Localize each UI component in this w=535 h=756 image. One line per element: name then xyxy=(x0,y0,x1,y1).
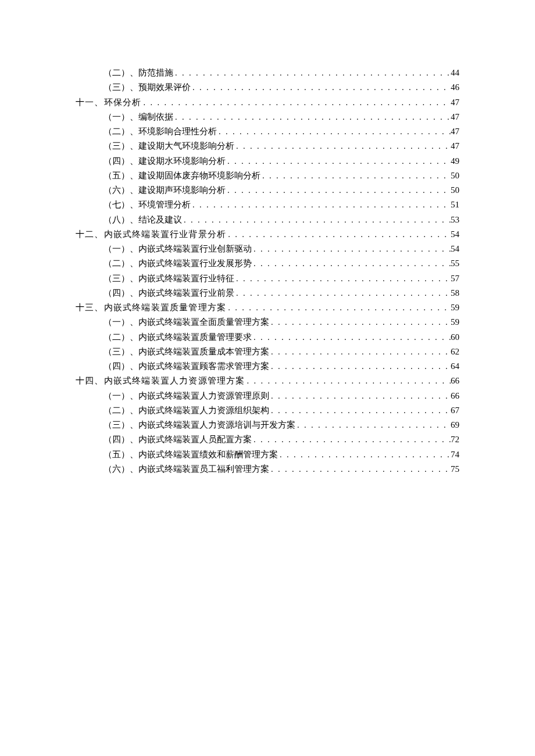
toc-entry-page: 47 xyxy=(451,113,459,122)
toc-entry-page: 47 xyxy=(451,98,459,108)
toc-entry: （二）、内嵌式终端装置质量管理要求60 xyxy=(104,333,459,342)
toc-entry-title: （四）、建设期水环境影响分析 xyxy=(104,157,226,166)
toc-entry-leader xyxy=(226,187,451,195)
toc-entry-leader xyxy=(269,465,451,474)
toc-entry-title: （二）、内嵌式终端装置人力资源组织架构 xyxy=(104,406,269,415)
toc-entry-page: 74 xyxy=(451,450,459,460)
toc-entry: （八）、结论及建议53 xyxy=(104,216,459,225)
toc-entry-leader xyxy=(226,304,451,313)
toc-entry-leader xyxy=(173,113,451,122)
toc-entry-title: 十三、内嵌式终端装置质量管理方案 xyxy=(76,303,226,313)
toc-entry-title: （三）、预期效果评价 xyxy=(104,83,191,92)
toc-entry-leader xyxy=(182,216,451,225)
toc-entry-page: 67 xyxy=(451,406,459,415)
toc-entry: （二）、内嵌式终端装置行业发展形势55 xyxy=(104,259,459,268)
toc-entry-leader xyxy=(252,334,451,342)
toc-entry-leader xyxy=(269,348,451,357)
toc-entry: （三）、内嵌式终端装置质量成本管理方案62 xyxy=(104,347,459,357)
toc-entry-page: 51 xyxy=(451,200,459,210)
toc-entry: 十四、内嵌式终端装置人力资源管理方案66 xyxy=(76,377,459,386)
toc-entry-page: 59 xyxy=(451,318,459,327)
toc-entry-page: 47 xyxy=(451,127,459,137)
toc-entry-page: 53 xyxy=(451,216,459,225)
toc-entry-leader xyxy=(234,289,451,298)
toc-entry-leader xyxy=(141,99,451,108)
toc-entry-page: 59 xyxy=(451,303,459,313)
toc-entry: （五）、内嵌式终端装置绩效和薪酬管理方案74 xyxy=(104,450,459,460)
toc-entry: （七）、环境管理分析51 xyxy=(104,200,459,210)
toc-entry-title: （一）、内嵌式终端装置行业创新驱动 xyxy=(104,245,252,254)
toc-entry-page: 66 xyxy=(451,377,459,386)
toc-entry-title: （六）、建设期声环境影响分析 xyxy=(104,186,226,195)
toc-entry-leader xyxy=(217,128,451,137)
toc-entry: 十一、环保分析47 xyxy=(76,98,459,108)
toc-entry: （六）、建设期声环境影响分析50 xyxy=(104,186,459,195)
toc-entry-leader xyxy=(269,392,451,401)
toc-entry-title: （一）、内嵌式终端装置人力资源管理原则 xyxy=(104,392,269,401)
toc-entry-page: 49 xyxy=(451,157,459,166)
toc-entry: （一）、内嵌式终端装置行业创新驱动54 xyxy=(104,245,459,254)
toc-entry-leader xyxy=(173,69,451,78)
toc-entry-title: （一）、编制依据 xyxy=(104,113,173,122)
toc-entry-page: 50 xyxy=(451,186,459,195)
toc-entry-title: （四）、内嵌式终端装置行业前景 xyxy=(104,289,234,298)
toc-entry-page: 46 xyxy=(451,83,459,92)
toc-entry-title: （二）、防范措施 xyxy=(104,69,173,78)
toc-entry-title: （一）、内嵌式终端装置全面质量管理方案 xyxy=(104,318,269,327)
toc-entry-page: 75 xyxy=(451,465,459,474)
toc-entry-page: 54 xyxy=(451,245,459,254)
toc-entry: （一）、内嵌式终端装置全面质量管理方案59 xyxy=(104,318,459,327)
toc-entry-leader xyxy=(191,201,451,210)
toc-entry-page: 54 xyxy=(451,230,459,239)
toc-entry-page: 58 xyxy=(451,289,459,298)
toc-entry: （四）、内嵌式终端装置人员配置方案72 xyxy=(104,435,459,445)
toc-entry-page: 44 xyxy=(451,69,459,78)
toc-entry: （四）、内嵌式终端装置行业前景58 xyxy=(104,289,459,298)
toc-entry: （一）、编制依据47 xyxy=(104,113,459,122)
toc-entry-leader xyxy=(269,318,451,327)
toc-entry-title: （二）、内嵌式终端装置质量管理要求 xyxy=(104,333,252,342)
toc-entry: 十三、内嵌式终端装置质量管理方案59 xyxy=(76,303,459,313)
toc-entry-page: 57 xyxy=(451,274,459,284)
toc-entry-title: （三）、内嵌式终端装置人力资源培训与开发方案 xyxy=(104,421,295,430)
toc-entry-leader xyxy=(252,245,451,254)
toc-entry-title: （六）、内嵌式终端装置员工福利管理方案 xyxy=(104,465,269,474)
toc-entry-page: 72 xyxy=(451,435,459,445)
toc-entry: （二）、环境影响合理性分析47 xyxy=(104,127,459,137)
toc-entry-leader xyxy=(278,451,451,460)
toc-entry-leader xyxy=(261,172,451,181)
toc-entry: （三）、建设期大气环境影响分析47 xyxy=(104,142,459,151)
toc-entry: （四）、内嵌式终端装置顾客需求管理方案64 xyxy=(104,362,459,371)
toc-entry-page: 69 xyxy=(451,421,459,430)
toc-entry-title: （三）、内嵌式终端装置质量成本管理方案 xyxy=(104,347,269,357)
toc-entry-title: （八）、结论及建议 xyxy=(104,216,182,225)
toc-entry-title: （五）、建设期固体废弃物环境影响分析 xyxy=(104,171,261,181)
toc-entry-title: （四）、内嵌式终端装置人员配置方案 xyxy=(104,435,252,445)
toc-entry-title: （三）、内嵌式终端装置行业特征 xyxy=(104,274,234,284)
toc-entry-leader xyxy=(234,142,451,151)
toc-entry: （四）、建设期水环境影响分析49 xyxy=(104,157,459,166)
toc-entry-page: 62 xyxy=(451,347,459,357)
toc-entry-title: （二）、内嵌式终端装置行业发展形势 xyxy=(104,259,252,268)
toc-entry: （三）、内嵌式终端装置人力资源培训与开发方案69 xyxy=(104,421,459,430)
toc-entry-title: （三）、建设期大气环境影响分析 xyxy=(104,142,234,151)
toc-entry-title: （五）、内嵌式终端装置绩效和薪酬管理方案 xyxy=(104,450,278,460)
toc-entry-title: （七）、环境管理分析 xyxy=(104,200,191,210)
toc-entry-title: 十二、内嵌式终端装置行业背景分析 xyxy=(76,230,226,239)
toc-entry-page: 60 xyxy=(451,333,459,342)
toc-entry-leader xyxy=(226,157,451,166)
toc-entry: （六）、内嵌式终端装置员工福利管理方案75 xyxy=(104,465,459,474)
toc-entry-page: 50 xyxy=(451,171,459,181)
toc-entry-title: （二）、环境影响合理性分析 xyxy=(104,127,217,137)
toc-entry-title: 十一、环保分析 xyxy=(76,98,141,108)
toc-entry-leader xyxy=(226,231,451,239)
toc-entry-title: 十四、内嵌式终端装置人力资源管理方案 xyxy=(76,377,245,386)
table-of-contents: （二）、防范措施44（三）、预期效果评价46十一、环保分析47（一）、编制依据4… xyxy=(76,69,459,474)
toc-entry: 十二、内嵌式终端装置行业背景分析54 xyxy=(76,230,459,239)
toc-entry: （二）、防范措施44 xyxy=(104,69,459,78)
toc-entry-leader xyxy=(269,407,451,415)
toc-entry-leader xyxy=(191,84,451,92)
toc-entry: （三）、预期效果评价46 xyxy=(104,83,459,92)
toc-entry-leader xyxy=(234,275,451,284)
toc-entry-page: 47 xyxy=(451,142,459,151)
